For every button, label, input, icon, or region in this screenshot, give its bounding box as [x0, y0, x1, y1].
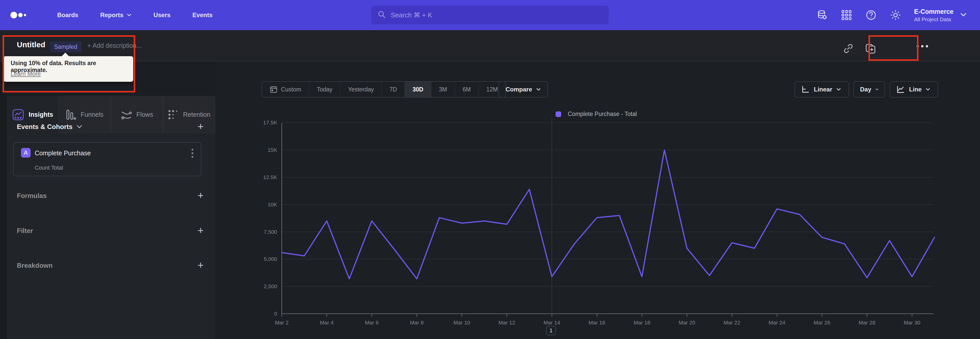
settings-gear-icon[interactable] [890, 9, 901, 21]
range-custom[interactable]: Custom [262, 82, 309, 97]
chevron-down-icon [536, 88, 541, 91]
search-icon [377, 10, 386, 20]
linear-axis-icon [801, 85, 810, 94]
nav-links: BoardsReportsUsersEvents [57, 11, 213, 19]
add-description-button[interactable]: + Add description... [87, 42, 142, 49]
tooltip-caret [61, 53, 69, 57]
pagination-page-1[interactable]: 1 [546, 326, 556, 335]
add-filter-button[interactable]: + [196, 225, 206, 236]
flows-icon [121, 110, 132, 120]
x-tick-label: Mar 10 [453, 320, 470, 325]
x-tick-label: Mar 8 [410, 320, 424, 325]
range-label: Today [317, 86, 332, 93]
range-label: 30D [412, 86, 423, 93]
compare-label: Compare [506, 86, 532, 93]
range-label: 12M [487, 86, 498, 93]
y-tick-label: 15K [268, 147, 277, 153]
y-tick-label: 7,500 [264, 229, 277, 235]
x-tick-label: Mar 18 [634, 320, 650, 325]
range-label: 7D [390, 86, 397, 93]
x-tick-label: Mar 2 [275, 320, 289, 325]
line-chart-icon [896, 85, 905, 94]
series-complete-purchase-total[interactable] [282, 150, 935, 279]
formulas-label: Formulas [17, 192, 47, 200]
x-tick-label: Mar 28 [859, 320, 875, 325]
add-breakdown-button[interactable]: + [196, 260, 206, 270]
x-tick-label: Mar 16 [589, 320, 605, 325]
range-label: 6M [463, 86, 471, 93]
chevron-down-icon [926, 88, 930, 91]
formulas-row: Formulas + [17, 190, 206, 201]
tab-label: Funnels [81, 111, 103, 118]
filter-row: Filter + [17, 225, 206, 236]
copy-link-icon[interactable] [843, 43, 854, 54]
nav-link-users[interactable]: Users [153, 11, 170, 19]
filter-label: Filter [17, 227, 33, 235]
chevron-down-icon [875, 88, 878, 91]
sampled-badge[interactable]: Sampled [50, 42, 81, 52]
mixpanel-logo-icon[interactable] [10, 10, 27, 20]
retention-icon [168, 109, 178, 120]
add-formula-button[interactable]: + [196, 190, 206, 201]
compare-button[interactable]: Compare [498, 81, 548, 98]
y-tick-label: 5,000 [264, 256, 277, 262]
x-tick-label: Mar 26 [814, 320, 830, 325]
report-title[interactable]: Untitled [17, 40, 45, 49]
chevron-down-icon [76, 125, 82, 128]
apps-grid-icon[interactable] [841, 9, 853, 21]
chevron-down-icon [836, 88, 841, 91]
y-tick-label: 12.5K [263, 174, 277, 180]
nav-link-boards[interactable]: Boards [57, 11, 78, 19]
chart-panel: CustomTodayYesterday7D30D3M6M12M Compare… [215, 61, 980, 339]
learn-more-link[interactable]: Learn More [11, 70, 41, 77]
tab-label: Insights [29, 111, 53, 118]
scale-label: Linear [814, 86, 832, 93]
scale-dropdown[interactable]: Linear [794, 81, 849, 98]
add-to-board-icon[interactable] [865, 43, 876, 54]
range-today[interactable]: Today [309, 82, 340, 97]
chart-type-dropdown[interactable]: Line [890, 81, 938, 98]
y-tick-label: 10K [268, 201, 277, 208]
breakdown-label: Breakdown [17, 262, 52, 270]
y-tick-label: 2,500 [264, 283, 277, 289]
insights-icon [12, 109, 24, 121]
event-menu-icon[interactable] [191, 148, 194, 160]
breakdown-row: Breakdown + [17, 260, 206, 270]
event-letter-badge: A [21, 148, 30, 158]
add-event-button[interactable]: + [196, 122, 206, 132]
range-30d[interactable]: 30D [405, 82, 431, 97]
x-tick-label: Mar 22 [724, 320, 740, 325]
range-3m[interactable]: 3M [431, 82, 455, 97]
help-icon[interactable] [865, 9, 877, 21]
range-label: Custom [281, 86, 301, 93]
tab-label: Retention [183, 111, 210, 118]
line-chart[interactable]: 02,5005,0007,50010K12.5K15K17.5KMar 2Mar… [215, 61, 980, 339]
chart-legend[interactable]: Complete Purchase - Total [555, 110, 637, 118]
report-header-bar: Untitled Sampled + Add description... [0, 30, 980, 61]
data-management-icon[interactable] [816, 9, 828, 21]
date-range-group: CustomTodayYesterday7D30D3M6M12M [262, 81, 506, 98]
nav-link-reports[interactable]: Reports [100, 11, 132, 19]
x-tick-label: Mar 30 [904, 320, 920, 325]
events-cohorts-title[interactable]: Events & Cohorts [17, 123, 82, 131]
event-metric[interactable]: Count Total [35, 165, 63, 171]
project-name: E-Commerce [914, 8, 953, 15]
nav-link-events[interactable]: Events [192, 11, 213, 19]
tab-label: Flows [137, 111, 153, 118]
project-selector[interactable]: E-Commerce All Project Data [914, 8, 967, 22]
range-7d[interactable]: 7D [382, 82, 405, 97]
more-options-icon[interactable] [916, 45, 927, 56]
granularity-dropdown[interactable]: Day [853, 81, 885, 98]
left-rail [0, 61, 7, 339]
sampling-tooltip: Using 10% of data. Results are approxima… [3, 56, 133, 82]
event-card[interactable]: A Complete Purchase Count Total [13, 142, 201, 176]
top-navbar: BoardsReportsUsersEvents Search ⌘ + K [0, 0, 980, 30]
granularity-label: Day [860, 86, 871, 93]
search-input[interactable]: Search ⌘ + K [371, 6, 609, 24]
range-label: 3M [439, 86, 447, 93]
event-name: Complete Purchase [35, 149, 91, 157]
range-label: Yesterday [348, 86, 374, 93]
range-yesterday[interactable]: Yesterday [340, 82, 382, 97]
range-6m[interactable]: 6M [455, 82, 479, 97]
x-tick-label: Mar 4 [320, 320, 334, 325]
